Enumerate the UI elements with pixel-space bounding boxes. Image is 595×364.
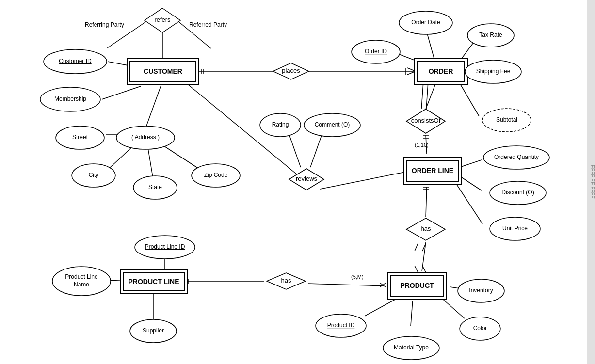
- svg-line-20: [310, 133, 322, 167]
- address-label: ( Address ): [131, 134, 160, 141]
- zip-code-label: Zip Code: [204, 172, 228, 178]
- inventory-label: Inventory: [469, 287, 493, 294]
- svg-line-15: [460, 160, 482, 167]
- product-line-id-label: Product Line ID: [145, 243, 185, 250]
- svg-line-6: [160, 143, 199, 169]
- city-label: City: [89, 172, 99, 178]
- unit-price-label: Unit Price: [502, 225, 528, 232]
- svg-line-17: [456, 183, 482, 224]
- order-date-label: Order Date: [411, 19, 440, 26]
- reviews-label: reviews: [296, 175, 318, 182]
- ordered-qty-label: Ordered Quantity: [494, 154, 539, 160]
- referring-party-label: Referring Party: [85, 21, 124, 28]
- svg-line-24: [422, 242, 426, 271]
- svg-line-42: [422, 266, 426, 272]
- svg-line-2: [145, 81, 162, 128]
- supplier-label: Supplier: [143, 327, 164, 334]
- svg-line-39: [415, 243, 418, 251]
- order-label: ORDER: [429, 67, 453, 75]
- has-order-line-label: has: [421, 225, 431, 232]
- membership-label: Membership: [54, 95, 86, 102]
- svg-line-16: [462, 177, 482, 190]
- product-line-name-label-2: Name: [74, 281, 89, 288]
- order-line-label: ORDER LINE: [412, 167, 453, 174]
- cardinality-1-10: (1,10): [415, 142, 429, 148]
- shipping-fee-label: Shipping Fee: [476, 68, 511, 75]
- svg-line-37: [421, 81, 423, 109]
- er-diagram: (1,10) (5,M) Referring Party Referred: [0, 0, 595, 364]
- color-label: Color: [473, 325, 487, 332]
- cardinality-5m: (5,M): [351, 274, 364, 280]
- svg-line-41: [415, 266, 418, 272]
- product-line-name-label-1: Product Line: [65, 273, 98, 280]
- svg-line-19: [289, 133, 301, 167]
- customer-label: CUSTOMER: [144, 67, 182, 75]
- product-label: PRODUCT: [400, 282, 434, 289]
- svg-line-29: [308, 284, 384, 286]
- product-id-label: Product ID: [327, 322, 355, 329]
- material-type-label: Material Type: [394, 344, 429, 351]
- referred-party-label: Referred Party: [189, 21, 227, 28]
- has-product-label: has: [281, 277, 291, 284]
- consists-of-label: consistsOf: [411, 117, 441, 124]
- side-text: EEFF EE FFEE: [590, 165, 595, 199]
- svg-line-18: [461, 85, 479, 116]
- comment-label: Comment (O): [315, 121, 350, 128]
- street-label: Street: [72, 134, 88, 141]
- svg-line-4: [108, 144, 135, 170]
- places-label: places: [282, 67, 300, 74]
- product-line-label: PRODUCT LINE: [129, 278, 179, 285]
- discount-label: Discount (O): [501, 189, 534, 196]
- tax-rate-label: Tax Rate: [479, 32, 502, 38]
- refers-label: refers: [154, 16, 171, 23]
- svg-line-25: [365, 298, 398, 316]
- subtotal-label: Subtotal: [496, 116, 517, 123]
- svg-line-23: [426, 187, 427, 217]
- state-label: State: [148, 184, 162, 190]
- svg-line-10: [427, 32, 434, 58]
- svg-line-26: [411, 301, 413, 326]
- customer-id-label: Customer ID: [59, 58, 92, 64]
- svg-line-22: [320, 172, 405, 189]
- order-id-label: Order ID: [365, 48, 387, 55]
- svg-line-1: [102, 86, 141, 99]
- svg-line-5: [148, 148, 153, 177]
- rating-label: Rating: [272, 121, 289, 128]
